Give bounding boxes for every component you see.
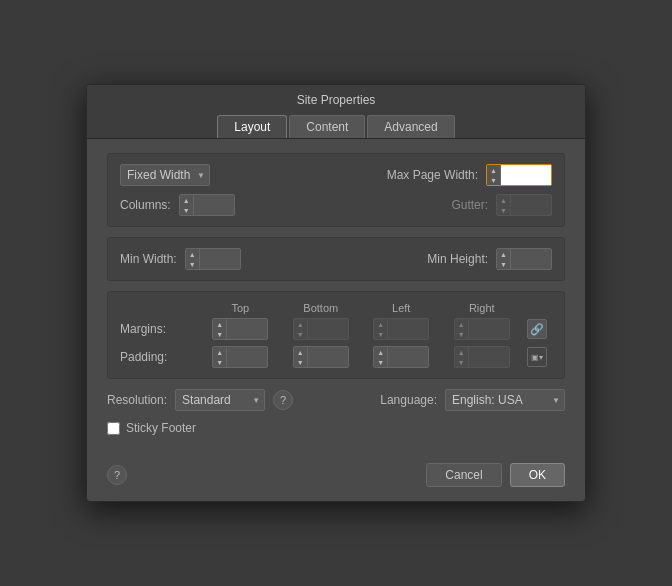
gutter-input[interactable]: 20 <box>511 195 551 215</box>
padding-bottom-input[interactable]: 36 <box>308 347 348 367</box>
padding-top-cell: ▲ ▼ 36 <box>200 346 281 368</box>
language-label: Language: <box>380 393 437 407</box>
columns-up[interactable]: ▲ <box>180 195 193 205</box>
margins-right-down[interactable]: ▼ <box>455 329 468 339</box>
min-width-label: Min Width: <box>120 252 177 266</box>
margins-bottom-down[interactable]: ▼ <box>294 329 307 339</box>
resolution-help-icon[interactable]: ? <box>273 390 293 410</box>
padding-right-spinners: ▲ ▼ <box>455 347 469 367</box>
min-height-input[interactable]: 540 <box>511 249 551 269</box>
language-select[interactable]: English: USA English: UK French German S… <box>445 389 565 411</box>
padding-left-spinners: ▲ ▼ <box>374 347 388 367</box>
dialog-title: Site Properties <box>87 93 585 115</box>
layout-row-1: Fixed Width Fluid Width Max Page Width: … <box>120 164 552 186</box>
columns-input[interactable]: 1 <box>194 195 234 215</box>
sticky-footer-checkbox[interactable] <box>107 422 120 435</box>
gutter-down[interactable]: ▼ <box>497 205 510 215</box>
layout-type-select[interactable]: Fixed Width Fluid Width <box>120 164 210 186</box>
margins-lock-col: 🔗 <box>522 319 552 339</box>
padding-right-cell: ▲ ▼ 0 <box>442 346 523 368</box>
padding-bottom-spinners: ▲ ▼ <box>294 347 308 367</box>
columns-down[interactable]: ▼ <box>180 205 193 215</box>
min-height-up[interactable]: ▲ <box>497 249 510 259</box>
padding-left-input[interactable]: 0 <box>388 347 428 367</box>
min-width-down[interactable]: ▼ <box>186 259 199 269</box>
gutter-group: Gutter: ▲ ▼ 20 <box>451 194 552 216</box>
margins-bottom-cell: ▲ ▼ 20 <box>281 318 362 340</box>
margins-right-input[interactable]: 20 <box>469 319 509 339</box>
min-height-down[interactable]: ▼ <box>497 259 510 269</box>
col-top-label: Top <box>200 302 281 314</box>
padding-icon-button[interactable]: ▣▾ <box>527 347 547 367</box>
margins-right-spinners: ▲ ▼ <box>455 319 469 339</box>
margin-header: Top Bottom Left Right <box>120 302 552 314</box>
gutter-up[interactable]: ▲ <box>497 195 510 205</box>
max-page-width-spinners: ▲ ▼ <box>487 165 501 185</box>
margins-right-up[interactable]: ▲ <box>455 319 468 329</box>
margins-top-up[interactable]: ▲ <box>213 319 226 329</box>
min-width-up[interactable]: ▲ <box>186 249 199 259</box>
tab-advanced[interactable]: Advanced <box>367 115 454 138</box>
margins-left-input[interactable]: 20 <box>388 319 428 339</box>
sticky-footer-label: Sticky Footer <box>126 421 196 435</box>
gutter-spin: ▲ ▼ 20 <box>496 194 552 216</box>
padding-top-down[interactable]: ▼ <box>213 357 226 367</box>
tab-bar: Layout Content Advanced <box>87 115 585 138</box>
footer-buttons: Cancel OK <box>426 463 565 487</box>
columns-spinners: ▲ ▼ <box>180 195 194 215</box>
ok-button[interactable]: OK <box>510 463 565 487</box>
min-dims-row: Min Width: ▲ ▼ 320 Min Height: ▲ <box>120 248 552 270</box>
padding-top-input[interactable]: 36 <box>227 347 267 367</box>
tab-layout[interactable]: Layout <box>217 115 287 138</box>
margins-left-spin: ▲ ▼ 20 <box>373 318 429 340</box>
padding-right-down[interactable]: ▼ <box>455 357 468 367</box>
margins-bottom-up[interactable]: ▲ <box>294 319 307 329</box>
padding-bottom-up[interactable]: ▲ <box>294 347 307 357</box>
padding-right-input[interactable]: 0 <box>469 347 509 367</box>
cancel-button[interactable]: Cancel <box>426 463 501 487</box>
padding-lock-col: ▣▾ <box>522 347 552 367</box>
padding-top-up[interactable]: ▲ <box>213 347 226 357</box>
help-button[interactable]: ? <box>107 465 127 485</box>
margins-top-spin: ▲ ▼ 20 <box>212 318 268 340</box>
padding-right-up[interactable]: ▲ <box>455 347 468 357</box>
resolution-row: Resolution: Standard HiDPI Auto ? Langua… <box>107 389 565 411</box>
min-height-spinners: ▲ ▼ <box>497 249 511 269</box>
margins-top-down[interactable]: ▼ <box>213 329 226 339</box>
tab-content[interactable]: Content <box>289 115 365 138</box>
margins-section: Top Bottom Left Right Margins: ▲ ▼ <box>107 291 565 379</box>
margins-right-spin: ▲ ▼ 20 <box>454 318 510 340</box>
columns-label: Columns: <box>120 198 171 212</box>
layout-type-select-container: Fixed Width Fluid Width <box>120 164 210 186</box>
min-width-input[interactable]: 320 <box>200 249 240 269</box>
max-page-width-input[interactable]: 1200 <box>501 165 551 185</box>
max-page-width-label: Max Page Width: <box>387 168 478 182</box>
resolution-select[interactable]: Standard HiDPI Auto <box>175 389 265 411</box>
margins-bottom-input[interactable]: 20 <box>308 319 348 339</box>
layout-type-group: Fixed Width Fluid Width <box>120 164 210 186</box>
gutter-label: Gutter: <box>451 198 488 212</box>
layout-section-1: Fixed Width Fluid Width Max Page Width: … <box>107 153 565 227</box>
margins-row: Margins: ▲ ▼ 20 ▲ ▼ <box>120 318 552 340</box>
margins-top-input[interactable]: 20 <box>227 319 267 339</box>
max-page-width-up[interactable]: ▲ <box>487 165 500 175</box>
padding-bottom-down[interactable]: ▼ <box>294 357 307 367</box>
margins-left-up[interactable]: ▲ <box>374 319 387 329</box>
padding-top-spinners: ▲ ▼ <box>213 347 227 367</box>
margins-label: Margins: <box>120 322 166 336</box>
max-page-width-group: Max Page Width: ▲ ▼ 1200 <box>387 164 552 186</box>
margins-bottom-spinners: ▲ ▼ <box>294 319 308 339</box>
columns-spin: ▲ ▼ 1 <box>179 194 235 216</box>
padding-left-down[interactable]: ▼ <box>374 357 387 367</box>
margins-left-cell: ▲ ▼ 20 <box>361 318 442 340</box>
max-page-width-down[interactable]: ▼ <box>487 175 500 185</box>
max-page-width-spin: ▲ ▼ 1200 <box>486 164 552 186</box>
dialog-body: Fixed Width Fluid Width Max Page Width: … <box>87 139 585 463</box>
dialog-footer: ? Cancel OK <box>87 463 585 501</box>
padding-left-up[interactable]: ▲ <box>374 347 387 357</box>
padding-bottom-cell: ▲ ▼ 36 <box>281 346 362 368</box>
margins-left-down[interactable]: ▼ <box>374 329 387 339</box>
margins-lock-icon[interactable]: 🔗 <box>527 319 547 339</box>
padding-top-spin: ▲ ▼ 36 <box>212 346 268 368</box>
min-width-spin: ▲ ▼ 320 <box>185 248 241 270</box>
